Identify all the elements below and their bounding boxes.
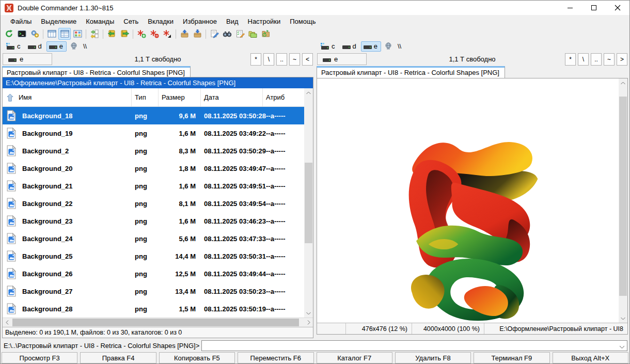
command-input[interactable] <box>201 340 627 351</box>
go-forward-icon[interactable] <box>118 28 131 40</box>
scroll-up-icon[interactable] <box>619 78 627 87</box>
file-row[interactable]: Background_23png1,6 M08.11.2025 03:46:23… <box>3 212 304 230</box>
right-root-button[interactable]: \ <box>578 53 589 66</box>
menu-item-view[interactable]: Вид <box>222 16 243 27</box>
multi-rename-icon[interactable] <box>234 28 246 40</box>
compare-directories-icon[interactable] <box>247 28 259 40</box>
file-row[interactable]: Background_22png8,1 M08.11.2025 03:49:54… <box>3 195 304 212</box>
copy-names-icon[interactable] <box>208 28 220 40</box>
pack-icon[interactable] <box>178 28 191 40</box>
menu-item-settings[interactable]: Настройки <box>243 16 286 27</box>
left-home-button[interactable]: ~ <box>289 53 300 66</box>
fkey-delete-f8[interactable]: Удалить F8 <box>395 352 471 363</box>
fkey-mkdir-f7[interactable]: Каталог F7 <box>317 352 392 363</box>
go-back-icon[interactable] <box>105 28 118 40</box>
right-tab[interactable]: Растровый клипарт - UI8 - Retrica - Colo… <box>317 66 505 78</box>
left-select-drive-button[interactable]: * <box>250 53 261 66</box>
image-preview[interactable] <box>317 78 627 323</box>
file-row[interactable]: Background_25png14,4 M08.11.2025 03:50:3… <box>3 247 304 265</box>
scrollbar-thumb[interactable] <box>305 163 312 243</box>
brief-view-icon[interactable] <box>45 28 58 40</box>
menu-item-tabs[interactable]: Вкладки <box>143 16 178 27</box>
left-vertical-scrollbar[interactable] <box>304 88 313 318</box>
search-icon[interactable] <box>221 28 233 40</box>
file-row[interactable]: Background_26png12,5 M08.11.2025 03:49:4… <box>3 265 304 282</box>
left-drive-c-button[interactable]: c <box>4 41 24 52</box>
left-tab[interactable]: Растровый клипарт - UI8 - Retrica - Colo… <box>2 66 191 77</box>
swap-panels-icon[interactable] <box>88 28 101 40</box>
chevron-down-icon[interactable] <box>619 343 625 351</box>
maximize-button[interactable] <box>582 1 606 15</box>
fkey-edit-f4[interactable]: Правка F4 <box>80 352 156 363</box>
right-network-path-button[interactable]: \\ <box>396 41 408 52</box>
right-home-button[interactable]: ~ <box>604 53 615 66</box>
file-row[interactable]: Background_24png5,6 M08.11.2025 03:47:33… <box>3 230 304 247</box>
left-parent-dir-button[interactable]: .. <box>276 53 287 66</box>
column-header-type[interactable]: Тип <box>132 88 159 106</box>
right-vertical-scrollbar[interactable] <box>619 78 627 323</box>
select-group-icon[interactable] <box>135 28 148 40</box>
file-row[interactable]: Background_2png8,3 M08.11.2025 03:50:29-… <box>3 142 304 160</box>
right-history-button[interactable]: > <box>617 53 627 66</box>
fkey-copy-f5[interactable]: Копировать F5 <box>159 352 235 363</box>
menu-item-favorites[interactable]: Избранное <box>178 16 222 27</box>
file-size: 9,6 M <box>159 107 201 124</box>
left-drive-d-button[interactable]: d <box>25 41 45 52</box>
right-drive-c-button[interactable]: c <box>318 41 339 52</box>
scroll-up-icon[interactable] <box>304 88 313 97</box>
scroll-right-icon[interactable] <box>304 318 313 327</box>
synchronize-directories-icon[interactable] <box>260 28 272 40</box>
right-current-drive-button[interactable]: e <box>317 53 367 65</box>
left-network-drive-button[interactable] <box>68 41 80 52</box>
terminal-icon[interactable] <box>15 28 28 40</box>
file-name: Background_22 <box>22 200 73 208</box>
unselect-group-icon[interactable] <box>148 28 161 40</box>
file-row[interactable]: Background_21png1,6 M08.11.2025 03:49:51… <box>3 177 304 195</box>
menu-item-commands[interactable]: Команды <box>81 16 119 27</box>
minimize-button[interactable] <box>558 1 582 15</box>
scrollbar-thumb[interactable] <box>619 97 627 296</box>
fkey-terminal-f9[interactable]: Терминал F9 <box>474 352 549 363</box>
file-name-cell: Background_21 <box>3 177 132 195</box>
left-history-button[interactable]: < <box>302 53 313 66</box>
column-header-size[interactable]: Размер <box>159 88 201 106</box>
file-row[interactable]: Background_28png1,5 M08.11.2025 03:50:19… <box>3 300 304 318</box>
file-name-cell: Background_20 <box>3 160 132 177</box>
right-network-drive-button[interactable] <box>382 41 395 52</box>
file-row[interactable]: Background_27png13,4 M08.11.2025 03:50:2… <box>3 282 304 300</box>
right-select-drive-button[interactable]: * <box>565 53 576 66</box>
column-header-name[interactable]: Имя <box>3 88 132 106</box>
left-current-drive-button[interactable]: e <box>3 53 52 65</box>
menu-item-mark[interactable]: Выделение <box>36 16 81 27</box>
fkey-exit-altx[interactable]: Выход Alt+X <box>553 352 628 363</box>
refresh-icon[interactable] <box>3 28 15 40</box>
fkey-view-f3[interactable]: Просмотр F3 <box>2 352 77 363</box>
fkey-move-f6[interactable]: Переместить F6 <box>238 352 313 363</box>
left-drive-e-button[interactable]: e <box>46 41 67 52</box>
extract-icon[interactable] <box>191 28 203 40</box>
left-horizontal-scrollbar[interactable] <box>3 318 313 327</box>
right-drive-d-button[interactable]: d <box>340 41 360 52</box>
scroll-down-icon[interactable] <box>304 309 313 318</box>
invert-selection-icon[interactable] <box>161 28 174 40</box>
scroll-left-icon[interactable] <box>3 318 11 327</box>
left-network-path-button[interactable]: \\ <box>81 41 93 52</box>
scrollbar-thumb[interactable] <box>12 319 299 326</box>
scroll-down-icon[interactable] <box>619 314 627 323</box>
file-row[interactable]: Background_19png1,6 M08.11.2025 03:49:22… <box>3 124 304 142</box>
full-view-icon[interactable] <box>58 28 71 40</box>
column-header-date[interactable]: Дата <box>201 88 263 106</box>
menu-item-network[interactable]: Сеть <box>119 16 143 27</box>
column-header-attr[interactable]: Атриб <box>263 88 304 106</box>
options-icon[interactable] <box>28 28 41 40</box>
file-row[interactable]: Background_20png1,8 M08.11.2025 03:49:47… <box>3 160 304 177</box>
menu-item-files[interactable]: Файлы <box>6 16 36 27</box>
left-root-button[interactable]: \ <box>263 53 274 66</box>
menu-item-help[interactable]: Помощь <box>285 16 320 27</box>
right-drive-e-button[interactable]: e <box>361 41 381 52</box>
thumbnails-view-icon[interactable] <box>71 28 84 40</box>
file-row[interactable]: Background_18png9,6 M08.11.2025 03:50:28… <box>3 107 304 124</box>
close-button[interactable] <box>606 1 629 15</box>
left-path-bar[interactable]: E:\Оформление\Растровый клипарт - UI8 - … <box>3 77 313 88</box>
right-parent-dir-button[interactable]: .. <box>591 53 602 66</box>
